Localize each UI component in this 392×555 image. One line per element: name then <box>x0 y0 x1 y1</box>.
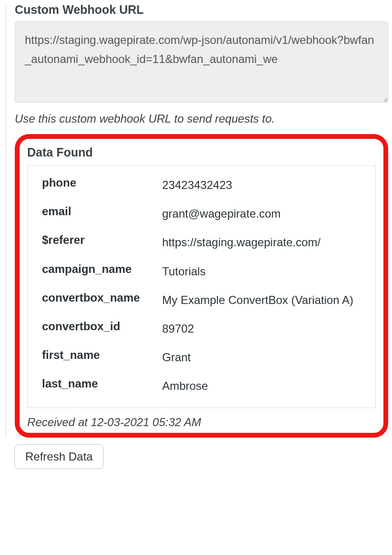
data-key-last-name: last_name <box>42 377 162 390</box>
data-found-title: Data Found <box>27 146 376 159</box>
table-row: convertbox_name My Example ConvertBox (V… <box>42 291 361 309</box>
data-key-phone: phone <box>42 176 162 189</box>
data-value-phone: 23423432423 <box>162 176 361 194</box>
data-key-email: email <box>42 205 162 218</box>
data-value-convertbox-name: My Example ConvertBox (Variation A) <box>162 291 361 309</box>
data-key-first-name: first_name <box>42 348 162 362</box>
data-found-table: phone 23423432423 email grant@wagepirate… <box>27 165 376 408</box>
data-value-email: grant@wagepirate.com <box>162 205 361 222</box>
data-found-panel: Data Found phone 23423432423 email grant… <box>15 134 388 438</box>
table-row: last_name Ambrose <box>42 377 361 395</box>
table-row: first_name Grant <box>42 348 361 366</box>
table-row: convertbox_id 89702 <box>42 320 361 337</box>
data-value-referer: https://staging.wagepirate.com/ <box>162 233 361 251</box>
webhook-help-text: Use this custom webhook URL to send requ… <box>15 112 388 126</box>
webhook-url-textarea[interactable] <box>15 21 388 103</box>
data-value-convertbox-id: 89702 <box>162 320 361 337</box>
refresh-data-button[interactable]: Refresh Data <box>14 444 103 469</box>
table-row: phone 23423432423 <box>42 176 361 194</box>
table-row: email grant@wagepirate.com <box>42 205 361 222</box>
data-key-campaign-name: campaign_name <box>42 262 162 276</box>
data-value-campaign-name: Tutorials <box>162 262 361 280</box>
webhook-url-label: Custom Webhook URL <box>15 3 388 17</box>
data-key-referer: $referer <box>42 233 162 247</box>
data-value-first-name: Grant <box>162 348 361 366</box>
data-value-last-name: Ambrose <box>162 377 361 395</box>
table-row: campaign_name Tutorials <box>42 262 361 280</box>
data-key-convertbox-name: convertbox_name <box>42 291 162 304</box>
received-at-text: Received at 12-03-2021 05:32 AM <box>27 416 376 429</box>
table-row: $referer https://staging.wagepirate.com/ <box>42 233 361 251</box>
data-key-convertbox-id: convertbox_id <box>42 320 162 333</box>
